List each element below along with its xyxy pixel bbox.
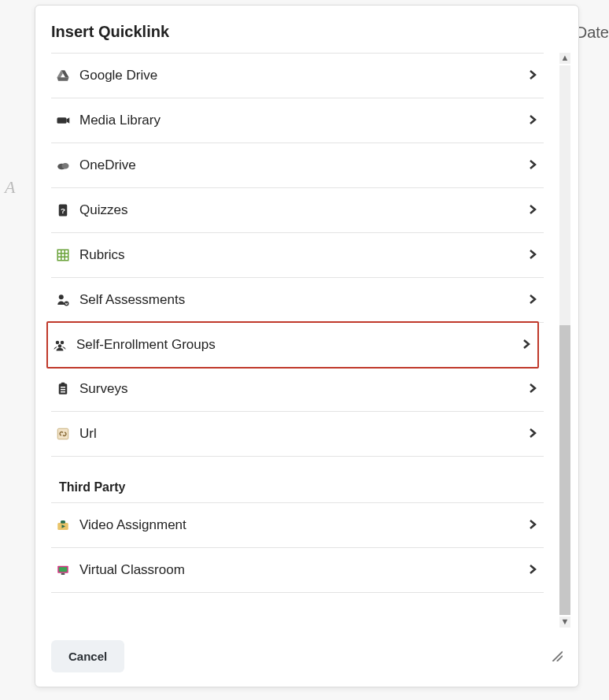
chevron-right-icon xyxy=(528,160,537,172)
chevron-right-icon xyxy=(528,428,537,440)
quicklink-item-label: Surveys xyxy=(75,381,528,397)
svg-point-19 xyxy=(56,341,60,345)
quicklink-item-virtual-classroom[interactable]: Virtual Classroom xyxy=(51,548,544,593)
svg-point-8 xyxy=(62,163,69,169)
background-date-label: Date xyxy=(576,24,609,42)
scrollbar-track[interactable] xyxy=(559,65,570,615)
svg-rect-30 xyxy=(61,520,65,524)
insert-quicklink-modal: Insert Quicklink Google DriveMedia Libra… xyxy=(35,5,579,687)
quicklink-item-label: Self Assessments xyxy=(75,292,528,308)
virtual-classroom-icon xyxy=(51,563,75,577)
quicklink-item-surveys[interactable]: Surveys xyxy=(51,367,544,412)
modal-header: Insert Quicklink xyxy=(35,6,578,53)
video-assignment-icon xyxy=(51,518,75,532)
svg-rect-23 xyxy=(61,383,65,385)
chevron-right-icon xyxy=(528,205,537,217)
svg-marker-6 xyxy=(67,117,70,124)
quicklink-item-url[interactable]: Url xyxy=(51,412,544,457)
quicklink-item-self-assessments[interactable]: Self Assessments xyxy=(51,278,544,323)
cancel-button[interactable]: Cancel xyxy=(51,640,124,672)
url-icon xyxy=(51,427,75,441)
quizzes-icon: ? xyxy=(51,203,75,217)
chevron-right-icon xyxy=(528,520,537,531)
text-style-toolbar-icon[interactable]: A xyxy=(5,177,15,198)
quicklink-item-self-enrollment-groups[interactable]: Self-Enrollment Groups xyxy=(46,321,539,369)
svg-rect-5 xyxy=(57,117,67,124)
scrollbar-up-button[interactable]: ▲ xyxy=(559,53,570,64)
quicklink-item-onedrive[interactable]: OneDrive xyxy=(51,143,544,188)
chevron-right-icon xyxy=(522,339,531,351)
self-enrollment-groups-icon xyxy=(48,338,72,352)
close-button[interactable] xyxy=(556,18,563,45)
chevron-right-icon xyxy=(528,115,537,127)
resize-grip-icon[interactable] xyxy=(548,647,563,665)
quicklink-item-label: Google Drive xyxy=(75,68,528,83)
svg-rect-32 xyxy=(59,567,68,572)
svg-rect-11 xyxy=(57,250,68,261)
modal-footer: Cancel xyxy=(35,626,578,687)
quicklink-item-label: Quizzes xyxy=(75,202,528,218)
svg-text:?: ? xyxy=(61,206,65,215)
rubrics-icon xyxy=(51,248,75,262)
svg-marker-4 xyxy=(57,77,69,81)
quicklink-item-label: Self-Enrollment Groups xyxy=(72,337,522,353)
chevron-right-icon xyxy=(528,565,537,576)
quicklink-item-google-drive[interactable]: Google Drive xyxy=(51,53,544,98)
modal-title: Insert Quicklink xyxy=(51,23,169,41)
svg-rect-33 xyxy=(61,573,65,575)
quicklink-item-video-assignment[interactable]: Video Assignment xyxy=(51,502,544,548)
third-party-section-title: Third Party xyxy=(51,457,544,502)
chevron-right-icon xyxy=(528,383,537,395)
quicklink-item-label: Video Assignment xyxy=(75,517,528,533)
chevron-right-icon xyxy=(528,70,537,82)
modal-scroll-area: Google DriveMedia LibraryOneDrive?Quizze… xyxy=(35,53,575,628)
google-drive-icon xyxy=(51,69,75,83)
media-library-icon xyxy=(51,113,75,128)
chevron-right-icon xyxy=(528,294,537,306)
quicklink-list: Google DriveMedia LibraryOneDrive?Quizze… xyxy=(35,53,567,593)
self-assessments-icon xyxy=(51,293,75,307)
svg-point-20 xyxy=(61,341,65,345)
surveys-icon xyxy=(51,382,75,396)
onedrive-icon xyxy=(51,158,75,172)
quicklink-item-label: Rubrics xyxy=(75,247,528,263)
quicklink-item-label: OneDrive xyxy=(75,157,528,173)
quicklink-item-label: Url xyxy=(75,426,528,442)
quicklink-item-rubrics[interactable]: Rubrics xyxy=(51,233,544,278)
quicklink-item-media-library[interactable]: Media Library xyxy=(51,98,544,143)
svg-point-16 xyxy=(59,294,64,299)
scrollbar-thumb[interactable] xyxy=(559,325,570,615)
chevron-right-icon xyxy=(528,250,537,261)
svg-point-21 xyxy=(58,344,62,348)
quicklink-item-quizzes[interactable]: ?Quizzes xyxy=(51,188,544,233)
quicklink-item-label: Virtual Classroom xyxy=(75,562,528,578)
quicklink-item-label: Media Library xyxy=(75,113,528,128)
